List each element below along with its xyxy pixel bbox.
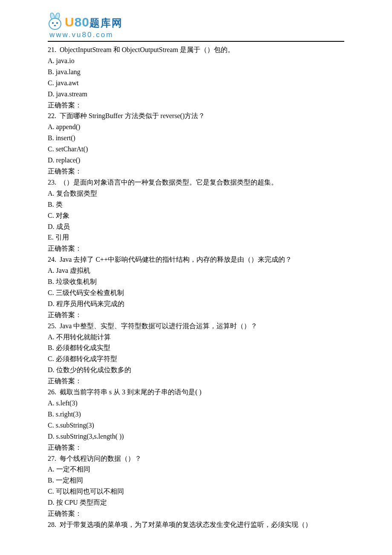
question-number: 22. — [48, 112, 56, 119]
question-number: 25. — [48, 322, 56, 330]
question-option: A. 复合数据类型 — [48, 188, 344, 199]
question-number: 23. — [48, 179, 56, 186]
question-option: C. 必须都转化成字符型 — [48, 353, 344, 364]
question-stem: 21.ObjectInputStream 和 ObjectOutputStrea… — [48, 44, 344, 55]
question-option: A. s.left(3) — [48, 398, 344, 409]
question-text: 下面哪种 StringBuffer 方法类似于 reverse()方法？ — [60, 112, 205, 119]
svg-point-3 — [52, 22, 54, 24]
correct-answer-label: 正确答案： — [48, 166, 344, 177]
question-text: 对于带复选项的菜单项，为了对菜单项的复选状态发生变化进行监听，必须实现（） — [60, 521, 312, 528]
question-stem: 22.下面哪种 StringBuffer 方法类似于 reverse()方法？ — [48, 110, 344, 121]
question-option: C. java.awt — [48, 78, 344, 89]
svg-point-5 — [54, 25, 56, 26]
question-option: B. java.lang — [48, 66, 344, 78]
question-text: ObjectInputStream 和 ObjectOutputStream 是… — [60, 46, 234, 53]
question-option: D. 成员 — [48, 221, 344, 232]
question-stem: 27.每个线程访问的数据（）？ — [48, 453, 344, 464]
logo-url: www.vu80.com — [49, 31, 344, 39]
header-divider — [48, 41, 344, 42]
question-option: A. java.io — [48, 55, 344, 66]
question-option: D. 程序员用代码来完成的 — [48, 298, 344, 309]
document-content: 21.ObjectInputStream 和 ObjectOutputStrea… — [48, 44, 344, 530]
question-stem: 23.（）是面向对象语言中的一种复合数据类型。它是复合数据类型的超集。 — [48, 177, 344, 188]
question-option: B. s.right(3) — [48, 409, 344, 420]
correct-answer-label: 正确答案： — [48, 442, 344, 453]
question-number: 24. — [48, 256, 56, 263]
question-number: 27. — [48, 455, 56, 462]
question-option: D. 按 CPU 类型而定 — [48, 497, 344, 508]
correct-answer-label: 正确答案： — [48, 508, 344, 519]
question-option: C. 可以相同也可以不相同 — [48, 486, 344, 497]
svg-point-4 — [56, 22, 58, 24]
question-number: 21. — [48, 46, 56, 53]
question-stem: 28.对于带复选项的菜单项，为了对菜单项的复选状态发生变化进行监听，必须实现（） — [48, 519, 344, 530]
question-text: Java 去掉了 C++中影响代码健壮的指针结构，内存的释放是由（）来完成的？ — [60, 256, 292, 263]
question-option: D. s.subString(3,s.length( )) — [48, 431, 344, 442]
question-option: D. java.stream — [48, 89, 344, 100]
question-option: D. replace() — [48, 155, 344, 166]
question-option: B. 一定相同 — [48, 475, 344, 486]
bunny-icon — [48, 13, 63, 32]
question-stem: 26.截取当前字符串 s 从 3 到末尾的子串的语句是( ) — [48, 387, 344, 398]
question-stem: 25.Java 中整型、实型、字符型数据可以进行混合运算，运算时（）？ — [48, 321, 344, 332]
question-option: D. 位数少的转化成位数多的 — [48, 364, 344, 376]
question-option: A. Java 虚拟机 — [48, 265, 344, 276]
question-option: C. 三级代码安全检查机制 — [48, 287, 344, 298]
question-option: C. setCharAt() — [48, 144, 344, 155]
question-text: 每个线程访问的数据（）？ — [60, 455, 141, 462]
site-logo: U80题库网 www.vu80.com — [48, 13, 344, 39]
question-option: A. 一定不相同 — [48, 464, 344, 475]
svg-point-2 — [49, 18, 61, 29]
question-text: （）是面向对象语言中的一种复合数据类型。它是复合数据类型的超集。 — [60, 179, 278, 186]
question-text: Java 中整型、实型、字符型数据可以进行混合运算，运算时（）？ — [60, 322, 257, 330]
question-option: B. insert() — [48, 133, 344, 144]
question-number: 28. — [48, 521, 56, 528]
question-stem: 24.Java 去掉了 C++中影响代码健壮的指针结构，内存的释放是由（）来完成… — [48, 254, 344, 265]
correct-answer-label: 正确答案： — [48, 100, 344, 111]
question-option: B. 垃圾收集机制 — [48, 276, 344, 287]
question-option: A. 不用转化就能计算 — [48, 332, 344, 343]
correct-answer-label: 正确答案： — [48, 309, 344, 321]
question-option: C. s.subString(3) — [48, 420, 344, 431]
correct-answer-label: 正确答案： — [48, 376, 344, 387]
question-option: C. 对象 — [48, 210, 344, 221]
correct-answer-label: 正确答案： — [48, 243, 344, 254]
question-text: 截取当前字符串 s 从 3 到末尾的子串的语句是( ) — [60, 388, 202, 396]
question-number: 26. — [48, 388, 56, 396]
question-option: B. 必须都转化成实型 — [48, 342, 344, 353]
question-option: A. append() — [48, 121, 344, 133]
question-option: B. 类 — [48, 199, 344, 210]
logo-brand-text: U80题库网 — [65, 15, 123, 30]
question-option: E. 引用 — [48, 232, 344, 243]
